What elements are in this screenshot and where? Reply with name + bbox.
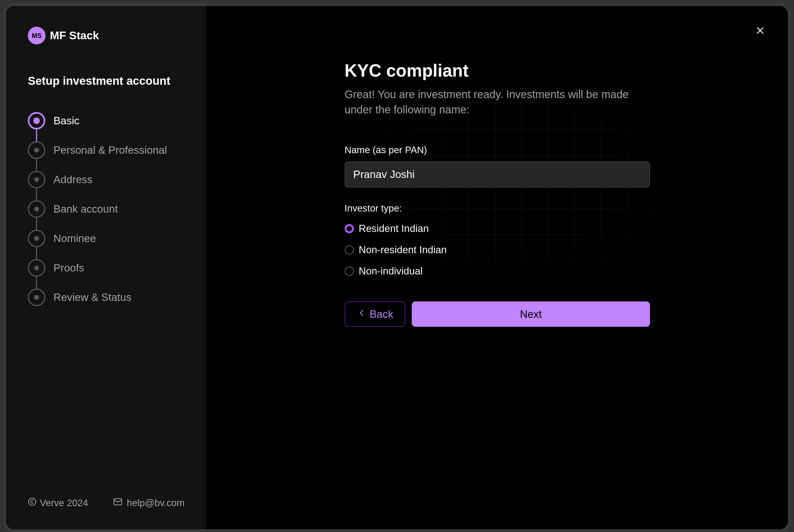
step-connector: [36, 247, 37, 259]
logo-badge: MS: [28, 27, 45, 44]
mail-icon: [113, 497, 123, 509]
steps-list: Basic Personal & Professional Address Ba…: [28, 112, 185, 306]
step-indicator-icon: [28, 200, 45, 218]
copyright-icon: [28, 497, 37, 508]
radio-label: Resident Indian: [359, 223, 429, 234]
step-bank-account[interactable]: Bank account: [28, 200, 185, 218]
logo-text: MF Stack: [50, 29, 99, 42]
step-review-status[interactable]: Review & Status: [28, 289, 185, 306]
close-icon: [755, 25, 765, 37]
step-label: Address: [53, 174, 92, 186]
close-button[interactable]: [754, 24, 767, 38]
step-connector: [36, 188, 37, 200]
radio-non-individual[interactable]: Non-individual: [345, 265, 650, 277]
sidebar-title: Setup investment account: [28, 74, 185, 88]
step-label: Bank account: [53, 203, 118, 215]
sidebar-footer: Verve 2024 help@bv.com: [28, 497, 185, 509]
step-label: Review & Status: [53, 291, 131, 303]
page-subheading: Great! You are investment ready. Investm…: [345, 87, 650, 117]
chevron-left-icon: [357, 308, 367, 320]
step-indicator-icon: [28, 289, 45, 306]
radio-icon: [345, 224, 354, 233]
step-indicator-icon: [28, 112, 45, 130]
step-indicator-icon: [28, 141, 45, 159]
main-content: KYC compliant Great! You are investment …: [206, 6, 788, 529]
logo: MS MF Stack: [28, 27, 185, 44]
back-button-label: Back: [370, 308, 393, 320]
radio-non-resident-indian[interactable]: Non-resident Indian: [345, 244, 650, 255]
contact-email-text: help@bv.com: [127, 497, 185, 508]
svg-rect-1: [114, 499, 122, 505]
step-indicator-icon: [28, 259, 45, 277]
step-label: Personal & Professional: [53, 144, 167, 156]
copyright: Verve 2024: [28, 497, 88, 508]
page-heading: KYC compliant: [345, 60, 650, 81]
button-row: Back Next: [345, 301, 650, 327]
contact-email[interactable]: help@bv.com: [113, 497, 185, 509]
step-connector: [36, 218, 37, 230]
step-connector: [36, 277, 37, 289]
step-indicator-icon: [28, 230, 45, 247]
step-label: Nominee: [53, 232, 96, 245]
name-label: Name (as per PAN): [345, 145, 650, 155]
step-nominee[interactable]: Nominee: [28, 230, 185, 247]
step-connector: [36, 130, 37, 141]
next-button[interactable]: Next: [412, 301, 650, 327]
name-field-group: Name (as per PAN): [345, 145, 650, 188]
step-basic[interactable]: Basic: [28, 112, 185, 130]
radio-label: Non-resident Indian: [359, 244, 447, 255]
svg-point-0: [29, 498, 36, 506]
next-button-label: Next: [520, 308, 542, 320]
investor-type-group: Investor type: Resident Indian Non-resid…: [345, 203, 650, 277]
radio-label: Non-individual: [359, 265, 423, 277]
radio-icon: [345, 245, 354, 254]
step-proofs[interactable]: Proofs: [28, 259, 185, 277]
back-button[interactable]: Back: [345, 301, 405, 327]
app-container: MS MF Stack Setup investment account Bas…: [6, 6, 788, 529]
copyright-text: Verve 2024: [40, 497, 88, 508]
radio-icon: [345, 267, 354, 276]
name-input[interactable]: [345, 162, 650, 188]
investor-type-label: Investor type:: [345, 203, 650, 214]
step-label: Proofs: [53, 262, 84, 274]
step-address[interactable]: Address: [28, 171, 185, 188]
step-indicator-icon: [28, 171, 45, 188]
radio-resident-indian[interactable]: Resident Indian: [345, 223, 650, 234]
step-personal-professional[interactable]: Personal & Professional: [28, 141, 185, 159]
step-connector: [36, 159, 37, 171]
sidebar: MS MF Stack Setup investment account Bas…: [6, 6, 206, 529]
step-label: Basic: [53, 115, 79, 127]
